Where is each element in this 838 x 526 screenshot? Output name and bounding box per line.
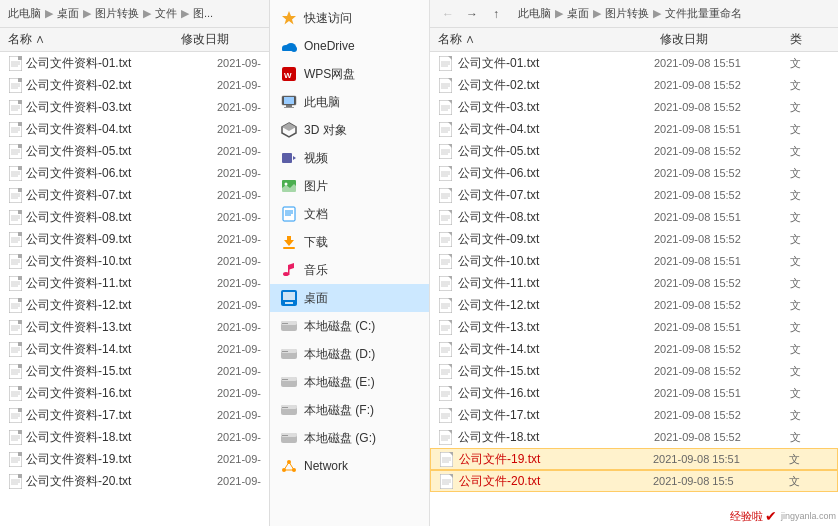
right-file-item[interactable]: 公司文件-20.txt 2021-09-08 15:5 文 bbox=[430, 470, 838, 492]
left-file-item[interactable]: 公司文件资料-06.txt 2021-09- bbox=[0, 162, 269, 184]
sidebar-item-音乐[interactable]: 音乐 bbox=[270, 256, 429, 284]
left-filename: 公司文件资料-20.txt bbox=[26, 473, 213, 490]
sidebar-item-快速访问[interactable]: 快速访问 bbox=[270, 4, 429, 32]
right-file-item[interactable]: 公司文件-14.txt 2021-09-08 15:52 文 bbox=[430, 338, 838, 360]
sidebar-item-文档[interactable]: 文档 bbox=[270, 200, 429, 228]
right-type: 文 bbox=[790, 386, 830, 401]
left-file-item[interactable]: 公司文件资料-10.txt 2021-09- bbox=[0, 250, 269, 272]
sidebar-item-本地磁盘-(E:)[interactable]: 本地磁盘 (E:) bbox=[270, 368, 429, 396]
left-file-item[interactable]: 公司文件资料-15.txt 2021-09- bbox=[0, 360, 269, 382]
sidebar-item-视频[interactable]: 视频 bbox=[270, 144, 429, 172]
right-filename: 公司文件-10.txt bbox=[458, 253, 648, 270]
right-filename: 公司文件-19.txt bbox=[459, 451, 647, 468]
right-breadcrumb-computer[interactable]: 此电脑 bbox=[518, 6, 551, 21]
left-breadcrumb-desktop[interactable]: 桌面 bbox=[57, 6, 79, 21]
left-date: 2021-09- bbox=[217, 79, 261, 91]
watermark-text: 经验啦 bbox=[730, 509, 763, 524]
right-date: 2021-09-08 15:52 bbox=[654, 409, 784, 421]
right-file-item[interactable]: 公司文件-08.txt 2021-09-08 15:51 文 bbox=[430, 206, 838, 228]
right-filename: 公司文件-09.txt bbox=[458, 231, 648, 248]
right-file-item[interactable]: 公司文件-06.txt 2021-09-08 15:52 文 bbox=[430, 162, 838, 184]
sidebar-item-桌面[interactable]: 桌面 bbox=[270, 284, 429, 312]
left-col-date[interactable]: 修改日期 bbox=[181, 31, 261, 48]
left-file-item[interactable]: 公司文件资料-19.txt 2021-09- bbox=[0, 448, 269, 470]
txt-file-icon bbox=[8, 166, 22, 180]
left-file-item[interactable]: 公司文件资料-18.txt 2021-09- bbox=[0, 426, 269, 448]
sidebar-item-本地磁盘-(G:)[interactable]: 本地磁盘 (G:) bbox=[270, 424, 429, 452]
nav-forward-button[interactable]: → bbox=[462, 4, 482, 24]
left-filename: 公司文件资料-02.txt bbox=[26, 77, 213, 94]
svg-rect-116 bbox=[18, 474, 22, 478]
left-file-item[interactable]: 公司文件资料-17.txt 2021-09- bbox=[0, 404, 269, 426]
left-file-item[interactable]: 公司文件资料-08.txt 2021-09- bbox=[0, 206, 269, 228]
sidebar-icon-doc bbox=[280, 205, 298, 223]
sidebar-item-WPS网盘[interactable]: W WPS网盘 bbox=[270, 60, 429, 88]
right-filename: 公司文件-01.txt bbox=[458, 55, 648, 72]
left-file-item[interactable]: 公司文件资料-07.txt 2021-09- bbox=[0, 184, 269, 206]
right-file-item[interactable]: 公司文件-02.txt 2021-09-08 15:52 文 bbox=[430, 74, 838, 96]
left-file-item[interactable]: 公司文件资料-16.txt 2021-09- bbox=[0, 382, 269, 404]
left-file-item[interactable]: 公司文件资料-04.txt 2021-09- bbox=[0, 118, 269, 140]
right-file-item[interactable]: 公司文件-16.txt 2021-09-08 15:51 文 bbox=[430, 382, 838, 404]
sidebar-item-本地磁盘-(C:)[interactable]: 本地磁盘 (C:) bbox=[270, 312, 429, 340]
svg-rect-155 bbox=[282, 351, 288, 352]
right-date: 2021-09-08 15:51 bbox=[654, 387, 784, 399]
left-breadcrumb-computer[interactable]: 此电脑 bbox=[8, 6, 41, 21]
sidebar-icon-music bbox=[280, 261, 298, 279]
sidebar-item-本地磁盘-(D:)[interactable]: 本地磁盘 (D:) bbox=[270, 340, 429, 368]
txt-file-icon bbox=[8, 232, 22, 246]
left-file-item[interactable]: 公司文件资料-01.txt 2021-09- bbox=[0, 52, 269, 74]
left-file-item[interactable]: 公司文件资料-05.txt 2021-09- bbox=[0, 140, 269, 162]
left-file-item[interactable]: 公司文件资料-02.txt 2021-09- bbox=[0, 74, 269, 96]
sidebar-item-此电脑[interactable]: 此电脑 bbox=[270, 88, 429, 116]
left-breadcrumb-file[interactable]: 文件 bbox=[155, 6, 177, 21]
right-filename: 公司文件-16.txt bbox=[458, 385, 648, 402]
sidebar-item-OneDrive[interactable]: OneDrive bbox=[270, 32, 429, 60]
right-type: 文 bbox=[789, 474, 829, 489]
right-col-date[interactable]: 修改日期 bbox=[660, 31, 790, 48]
right-date: 2021-09-08 15:51 bbox=[654, 321, 784, 333]
left-file-item[interactable]: 公司文件资料-09.txt 2021-09- bbox=[0, 228, 269, 250]
sidebar-item-下载[interactable]: 下载 bbox=[270, 228, 429, 256]
nav-up-button[interactable]: ↑ bbox=[486, 4, 506, 24]
left-file-item[interactable]: 公司文件资料-14.txt 2021-09- bbox=[0, 338, 269, 360]
right-file-item[interactable]: 公司文件-15.txt 2021-09-08 15:52 文 bbox=[430, 360, 838, 382]
left-breadcrumb-more[interactable]: 图... bbox=[193, 6, 213, 21]
right-date: 2021-09-08 15:52 bbox=[654, 145, 784, 157]
left-col-name[interactable]: 名称 ∧ bbox=[8, 31, 181, 48]
sidebar-icon-disk bbox=[280, 429, 298, 447]
right-file-item[interactable]: 公司文件-11.txt 2021-09-08 15:52 文 bbox=[430, 272, 838, 294]
right-date: 2021-09-08 15:52 bbox=[654, 189, 784, 201]
right-file-item[interactable]: 公司文件-05.txt 2021-09-08 15:52 文 bbox=[430, 140, 838, 162]
right-file-item[interactable]: 公司文件-07.txt 2021-09-08 15:52 文 bbox=[430, 184, 838, 206]
left-file-item[interactable]: 公司文件资料-12.txt 2021-09- bbox=[0, 294, 269, 316]
right-col-name[interactable]: 名称 ∧ bbox=[438, 31, 660, 48]
right-breadcrumb-rename[interactable]: 文件批量重命名 bbox=[665, 6, 742, 21]
nav-back-button[interactable]: ← bbox=[438, 4, 458, 24]
sidebar-item-Network[interactable]: Network bbox=[270, 452, 429, 480]
svg-rect-50 bbox=[18, 232, 22, 236]
right-file-item[interactable]: 公司文件-17.txt 2021-09-08 15:52 文 bbox=[430, 404, 838, 426]
right-file-item[interactable]: 公司文件-03.txt 2021-09-08 15:52 文 bbox=[430, 96, 838, 118]
right-file-item[interactable]: 公司文件-01.txt 2021-09-08 15:51 文 bbox=[430, 52, 838, 74]
right-file-item[interactable]: 公司文件-09.txt 2021-09-08 15:52 文 bbox=[430, 228, 838, 250]
right-breadcrumb-convert[interactable]: 图片转换 bbox=[605, 6, 649, 21]
right-file-item[interactable]: 公司文件-12.txt 2021-09-08 15:52 文 bbox=[430, 294, 838, 316]
sidebar-item-3D-对象[interactable]: 3D 对象 bbox=[270, 116, 429, 144]
right-file-item[interactable]: 公司文件-10.txt 2021-09-08 15:51 文 bbox=[430, 250, 838, 272]
left-file-item[interactable]: 公司文件资料-11.txt 2021-09- bbox=[0, 272, 269, 294]
sidebar-item-本地磁盘-(F:)[interactable]: 本地磁盘 (F:) bbox=[270, 396, 429, 424]
right-file-item[interactable]: 公司文件-13.txt 2021-09-08 15:51 文 bbox=[430, 316, 838, 338]
left-file-item[interactable]: 公司文件资料-03.txt 2021-09- bbox=[0, 96, 269, 118]
watermark: 经验啦 ✔ jingyanla.com bbox=[730, 508, 836, 524]
left-breadcrumb-convert[interactable]: 图片转换 bbox=[95, 6, 139, 21]
left-file-item[interactable]: 公司文件资料-20.txt 2021-09- bbox=[0, 470, 269, 492]
right-date: 2021-09-08 15:51 bbox=[654, 255, 784, 267]
right-breadcrumb-desktop[interactable]: 桌面 bbox=[567, 6, 589, 21]
right-file-item[interactable]: 公司文件-18.txt 2021-09-08 15:52 文 bbox=[430, 426, 838, 448]
right-file-item[interactable]: 公司文件-19.txt 2021-09-08 15:51 文 bbox=[430, 448, 838, 470]
right-file-item[interactable]: 公司文件-04.txt 2021-09-08 15:51 文 bbox=[430, 118, 838, 140]
sidebar-label: 视频 bbox=[304, 150, 328, 167]
sidebar-item-图片[interactable]: 图片 bbox=[270, 172, 429, 200]
left-file-item[interactable]: 公司文件资料-13.txt 2021-09- bbox=[0, 316, 269, 338]
